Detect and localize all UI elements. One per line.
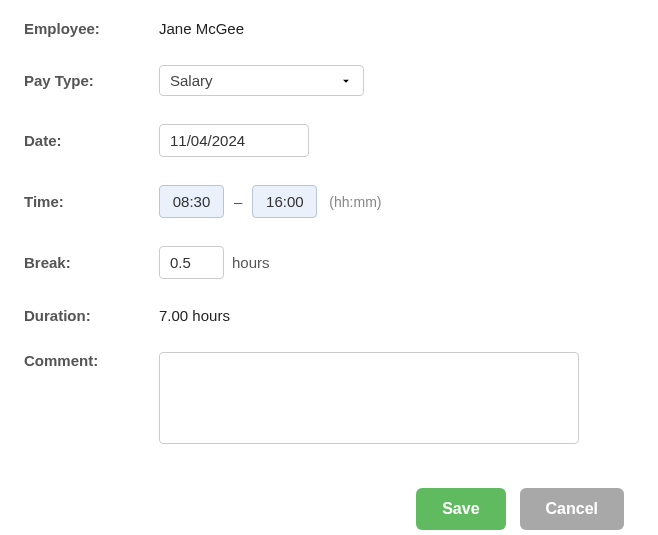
break-input[interactable] — [159, 246, 224, 279]
time-separator: – — [232, 193, 244, 210]
time-start-input[interactable] — [159, 185, 224, 218]
employee-label: Employee: — [24, 20, 159, 37]
comment-textarea[interactable] — [159, 352, 579, 444]
duration-row: Duration: 7.00 hours — [24, 307, 634, 324]
comment-row: Comment: — [24, 352, 634, 444]
comment-label: Comment: — [24, 352, 159, 369]
date-label: Date: — [24, 132, 159, 149]
time-row: Time: – (hh:mm) — [24, 185, 634, 218]
break-row: Break: hours — [24, 246, 634, 279]
employee-row: Employee: Jane McGee — [24, 20, 634, 37]
time-format-hint: (hh:mm) — [329, 194, 381, 210]
duration-label: Duration: — [24, 307, 159, 324]
date-row: Date: — [24, 124, 634, 157]
cancel-button[interactable]: Cancel — [520, 488, 624, 530]
button-row: Save Cancel — [24, 488, 634, 530]
date-input[interactable] — [159, 124, 309, 157]
time-end-input[interactable] — [252, 185, 317, 218]
break-label: Break: — [24, 254, 159, 271]
duration-value: 7.00 hours — [159, 307, 230, 324]
pay-type-label: Pay Type: — [24, 72, 159, 89]
employee-name: Jane McGee — [159, 20, 244, 37]
break-unit: hours — [232, 254, 270, 271]
pay-type-select[interactable]: Salary — [159, 65, 364, 96]
time-label: Time: — [24, 193, 159, 210]
pay-type-row: Pay Type: Salary — [24, 65, 634, 96]
save-button[interactable]: Save — [416, 488, 505, 530]
